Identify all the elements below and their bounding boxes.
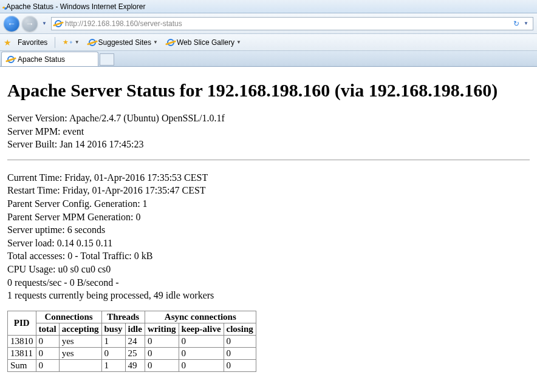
favorites-button[interactable]: Favorites — [15, 37, 50, 48]
arrow-left-icon: ← — [7, 19, 16, 28]
favorites-label: Favorites — [18, 38, 47, 47]
cell-writing: 0 — [145, 335, 179, 347]
favorites-star-icon: ★ — [4, 38, 12, 47]
current-time: Current Time: Friday, 01-Apr-2016 17:35:… — [7, 171, 530, 184]
cell-total: 0 — [36, 335, 59, 347]
workers-table: PID Connections Threads Async connection… — [7, 311, 256, 372]
web-slice-label: Web Slice Gallery — [177, 38, 234, 47]
table-row: Sum 0 1 49 0 0 0 — [8, 359, 256, 371]
suggested-sites-link[interactable]: Suggested Sites ▼ — [86, 37, 160, 48]
table-row: 13811 0 yes 0 25 0 0 0 — [8, 347, 256, 359]
chevron-down-icon: ▼ — [153, 39, 158, 45]
cell-accepting — [59, 359, 101, 371]
back-button[interactable]: ← — [4, 16, 19, 32]
cell-accepting: yes — [59, 347, 101, 359]
nav-history-dropdown[interactable]: ▼ — [40, 21, 49, 26]
restart-time: Restart Time: Friday, 01-Apr-2016 17:35:… — [7, 184, 530, 197]
ie-page-icon — [88, 38, 97, 47]
parent-mpm-gen: Parent Server MPM Generation: 0 — [7, 211, 530, 224]
cell-busy: 1 — [101, 335, 125, 347]
cell-writing: 0 — [145, 347, 179, 359]
total-accesses: Total accesses: 0 - Total Traffic: 0 kB — [7, 249, 530, 263]
cell-idle: 24 — [125, 335, 145, 347]
tab-bar: Apache Status — [0, 51, 537, 67]
chevron-down-icon: ▼ — [236, 39, 241, 45]
navigation-bar: ← → ▼ http://192.168.198.160/server-stat… — [0, 13, 537, 34]
tab-apache-status[interactable]: Apache Status — [1, 52, 98, 66]
page-content: Apache Server Status for 192.168.198.160… — [0, 67, 537, 378]
cell-pid: Sum — [8, 359, 36, 371]
refresh-icon[interactable]: ↻ — [513, 19, 519, 28]
cell-closing: 0 — [224, 335, 256, 347]
server-mpm: Server MPM: event — [7, 125, 530, 138]
server-version: Server Version: Apache/2.4.7 (Ubuntu) Op… — [7, 112, 530, 125]
chevron-down-icon: ▼ — [75, 39, 80, 45]
col-total: total — [36, 323, 59, 335]
server-info-block: Server Version: Apache/2.4.7 (Ubuntu) Op… — [7, 112, 530, 151]
cpu-usage: CPU Usage: u0 s0 cu0 cs0 — [7, 263, 530, 276]
tab-label: Apache Status — [18, 55, 65, 64]
table-row: 13810 0 yes 1 24 0 0 0 — [8, 335, 256, 347]
runtime-info-block: Current Time: Friday, 01-Apr-2016 17:35:… — [7, 171, 530, 302]
page-title: Apache Server Status for 192.168.198.160… — [7, 80, 530, 101]
col-keepalive: keep-alive — [179, 323, 224, 335]
col-connections: Connections — [36, 311, 101, 323]
parent-cfg-gen: Parent Server Config. Generation: 1 — [7, 197, 530, 211]
arrow-right-icon: → — [26, 19, 34, 28]
col-async: Async connections — [145, 311, 256, 323]
new-tab-button[interactable] — [100, 53, 114, 66]
col-busy: busy — [101, 323, 125, 335]
server-uptime: Server uptime: 6 seconds — [7, 223, 530, 237]
separator — [55, 37, 55, 48]
window-title: Apache Status - Windows Internet Explore… — [6, 2, 145, 11]
cell-closing: 0 — [224, 359, 256, 371]
divider — [7, 160, 530, 160]
ie-tab-icon — [7, 55, 15, 64]
web-slice-link[interactable]: Web Slice Gallery ▼ — [164, 37, 244, 48]
small-star-icon: ★ — [63, 38, 69, 46]
window-titlebar: Apache Status - Windows Internet Explore… — [0, 0, 537, 13]
forward-button[interactable]: → — [22, 16, 38, 32]
suggested-sites-label: Suggested Sites — [98, 38, 151, 47]
cell-total: 0 — [36, 347, 59, 359]
cell-busy: 1 — [101, 359, 125, 371]
address-bar[interactable]: http://192.168.198.160/server-status ↻ ▼ — [51, 17, 533, 30]
cell-total: 0 — [36, 359, 59, 371]
col-accepting: accepting — [59, 323, 101, 335]
plus-icon: + — [69, 39, 72, 46]
cell-accepting: yes — [59, 335, 101, 347]
cell-writing: 0 — [145, 359, 179, 371]
url-text: http://192.168.198.160/server-status — [65, 19, 511, 28]
col-writing: writing — [145, 323, 179, 335]
col-idle: idle — [125, 323, 145, 335]
table-header-row-1: PID Connections Threads Async connection… — [8, 311, 256, 323]
cell-pid: 13810 — [8, 335, 36, 347]
cell-keepalive: 0 — [179, 347, 224, 359]
address-dropdown[interactable]: ▼ — [522, 21, 530, 26]
add-favorite-button[interactable]: ★+ ▼ — [60, 37, 81, 47]
col-closing: closing — [224, 323, 256, 335]
favorites-bar: ★ Favorites ★+ ▼ Suggested Sites ▼ Web S… — [0, 34, 537, 51]
cell-idle: 49 — [125, 359, 145, 371]
cell-busy: 0 — [101, 347, 125, 359]
request-rate: 0 requests/sec - 0 B/second - — [7, 276, 530, 289]
ie-page-icon — [166, 38, 175, 47]
cell-idle: 25 — [125, 347, 145, 359]
cell-closing: 0 — [224, 347, 256, 359]
col-pid: PID — [8, 311, 36, 335]
cell-keepalive: 0 — [179, 359, 224, 371]
page-favicon-icon — [54, 19, 63, 28]
table-header-row-2: total accepting busy idle writing keep-a… — [8, 323, 256, 335]
server-built: Server Built: Jan 14 2016 17:45:23 — [7, 138, 530, 151]
server-load: Server load: 0.14 0.15 0.11 — [7, 237, 530, 250]
cell-keepalive: 0 — [179, 335, 224, 347]
cell-pid: 13811 — [8, 347, 36, 359]
worker-summary: 1 requests currently being processed, 49… — [7, 289, 530, 302]
col-threads: Threads — [101, 311, 145, 323]
